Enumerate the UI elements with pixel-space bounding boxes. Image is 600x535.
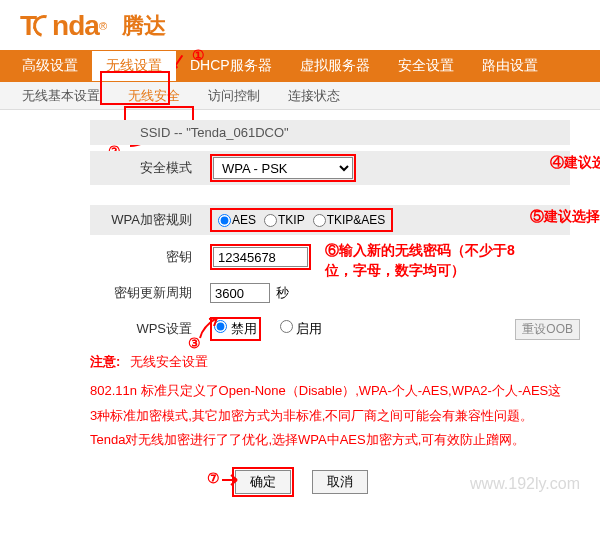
nav-wireless[interactable]: 无线设置 xyxy=(92,51,176,81)
notice-title: 注意: 无线安全设置 xyxy=(90,353,570,371)
radio-wps-disable[interactable]: 禁用 xyxy=(214,321,257,336)
wpa-rule-radios: AES TKIP TKIP&AES xyxy=(210,208,393,232)
annotation-7: ⑦ xyxy=(205,470,221,486)
key-input[interactable] xyxy=(213,247,308,267)
annotation-6: ⑥输入新的无线密码（不少于8位，字母，数字均可） xyxy=(325,241,535,280)
notice-label: 注意: xyxy=(90,354,120,369)
logo-swoosh-icon xyxy=(29,11,59,41)
security-mode-label: 安全模式 xyxy=(90,159,210,177)
notice-section: 注意: 无线安全设置 802.11n 标准只定义了Open-None（Disab… xyxy=(0,353,600,453)
key-update-unit: 秒 xyxy=(276,284,289,302)
buttons-row: ⑦ 确定 取消 www.192ly.com xyxy=(0,467,600,497)
subnav-security[interactable]: 无线安全 xyxy=(114,82,194,110)
nav-virtual[interactable]: 虚拟服务器 xyxy=(286,51,384,81)
row-key-update: 密钥更新周期 秒 xyxy=(90,279,570,307)
annotation-4: ④建议选择：WAP-PSK xyxy=(550,154,600,172)
nav-security[interactable]: 安全设置 xyxy=(384,51,468,81)
annotation-3: ③ xyxy=(186,335,202,351)
annotation-5: ⑤建议选择：AES xyxy=(530,208,600,226)
logo: Tnda® 腾达 xyxy=(20,10,580,42)
ok-button[interactable]: 确定 xyxy=(235,470,291,494)
nav-advanced[interactable]: 高级设置 xyxy=(8,51,92,81)
arrow-7-icon xyxy=(222,473,242,488)
logo-cn: 腾达 xyxy=(122,11,166,41)
header: Tnda® 腾达 xyxy=(0,0,600,50)
nav-dhcp[interactable]: DHCP服务器 xyxy=(176,51,286,81)
key-update-input[interactable] xyxy=(210,283,270,303)
notice-text: 无线安全设置 xyxy=(130,354,208,369)
row-security-mode: 安全模式 WPA - PSK ④建议选择：WAP-PSK xyxy=(90,151,570,185)
radio-tkipaes[interactable]: TKIP&AES xyxy=(313,213,386,227)
row-wps: WPS设置 禁用 启用 重设OOB xyxy=(90,315,570,343)
subnav-basic[interactable]: 无线基本设置 xyxy=(8,82,114,110)
key-label: 密钥 xyxy=(90,248,210,266)
content-area: SSID -- "Tenda_061DCO" 安全模式 WPA - PSK ④建… xyxy=(0,110,600,343)
row-wpa-rule: WPA加密规则 AES TKIP TKIP&AES ⑤建议选择：AES xyxy=(90,205,570,235)
key-update-label: 密钥更新周期 xyxy=(90,284,210,302)
watermark: www.192ly.com xyxy=(470,475,580,493)
radio-tkip[interactable]: TKIP xyxy=(264,213,305,227)
ssid-label: SSID -- "Tenda_061DCO" xyxy=(90,120,570,145)
cancel-button[interactable]: 取消 xyxy=(312,470,368,494)
nav-routing[interactable]: 路由设置 xyxy=(468,51,552,81)
ssid-text: SSID -- "Tenda_061DCO" xyxy=(100,125,289,140)
reset-oob-button[interactable]: 重设OOB xyxy=(515,319,580,340)
logo-text: Tnda® xyxy=(20,10,106,42)
sub-nav: 无线基本设置 无线安全 访问控制 连接状态 xyxy=(0,82,600,110)
radio-wps-enable[interactable]: 启用 xyxy=(280,320,323,338)
main-nav: 高级设置 无线设置 DHCP服务器 虚拟服务器 安全设置 路由设置 xyxy=(0,50,600,82)
notice-body-2: Tenda对无线加密进行了了优化,选择WPA中AES加密方式,可有效防止蹭网。 xyxy=(90,428,570,453)
radio-aes[interactable]: AES xyxy=(218,213,256,227)
notice-body-1: 802.11n 标准只定义了Open-None（Disable）,WPA-个人-… xyxy=(90,379,570,428)
security-mode-select[interactable]: WPA - PSK xyxy=(213,157,353,179)
subnav-access[interactable]: 访问控制 xyxy=(194,82,274,110)
subnav-status[interactable]: 连接状态 xyxy=(274,82,354,110)
wpa-rule-label: WPA加密规则 xyxy=(90,211,210,229)
row-key: 密钥 ⑥输入新的无线密码（不少于8位，字母，数字均可） xyxy=(90,243,570,271)
